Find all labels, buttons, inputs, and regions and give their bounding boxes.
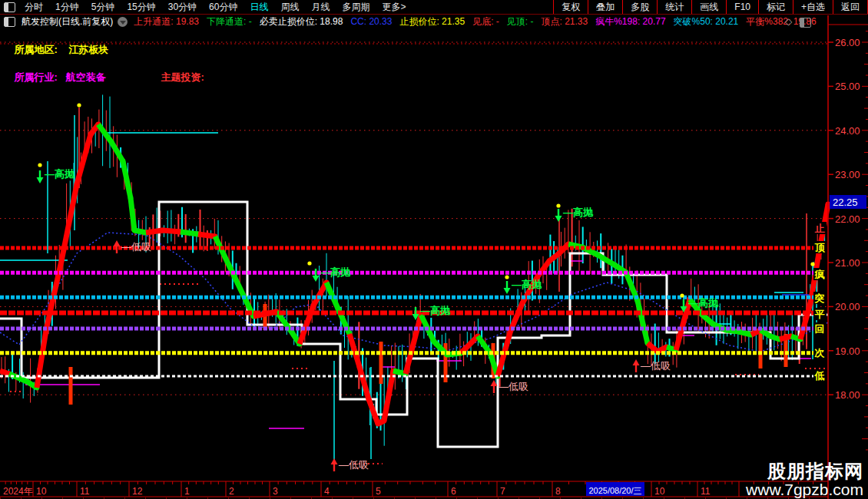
industry-row: 所属行业: 航空装备 — [3, 59, 106, 96]
menu-item-日线[interactable]: 日线 — [244, 1, 274, 14]
sell-arrow-icon — [37, 177, 44, 183]
trend-line — [181, 232, 198, 234]
sell-signal-label: —高抛 — [688, 297, 719, 309]
chevron-down-icon[interactable] — [118, 17, 128, 27]
date-highlight-value: 2025/08/20/三 — [588, 486, 641, 495]
signal-dot — [680, 293, 684, 297]
window-icon[interactable] — [4, 2, 15, 12]
buy-arrow-icon — [114, 240, 121, 246]
buy-signal-label: —低吸 — [339, 459, 369, 471]
trend-line — [131, 198, 134, 230]
date-label-10: 10 — [654, 486, 665, 497]
toolbar-item-F10[interactable]: F10 — [726, 0, 758, 14]
trend-line — [406, 315, 421, 374]
buy-signal-label: —低吸 — [121, 241, 151, 253]
toolbar-item-复权[interactable]: 复权 — [553, 0, 588, 14]
toolbar-item-标记[interactable]: 标记 — [758, 0, 793, 14]
diamond-icon[interactable]: ◇ — [785, 16, 792, 28]
area-label: 所属地区: — [14, 44, 57, 55]
field-必卖止损价位: 必卖止损价位: 18.98 — [260, 16, 343, 27]
level-tag-疯: 疯 — [814, 269, 825, 280]
menu-item-多周期[interactable]: 多周期 — [336, 1, 376, 14]
sell-arrow-icon — [555, 216, 562, 222]
menu-item-月线[interactable]: 月线 — [305, 1, 336, 14]
level-tag-平: 平 — [815, 309, 825, 320]
toolbar-item-统计[interactable]: 统计 — [657, 0, 691, 14]
field-止损价位: 止损价位: 21.35 — [399, 16, 465, 27]
toolbar-item-返回[interactable]: 返回 — [833, 0, 867, 14]
field-上升通道: 上升通道: 19.83 — [134, 16, 199, 27]
window-icon-3[interactable] — [800, 18, 811, 28]
signal-dot — [307, 261, 311, 265]
window-icon-2[interactable] — [4, 17, 15, 27]
signal-dot — [38, 163, 41, 167]
menu-item-周线[interactable]: 周线 — [274, 1, 305, 14]
price-label-22: 22.00 — [835, 213, 860, 225]
menu-item-15分钟[interactable]: 15分钟 — [121, 1, 161, 14]
field-突破50: 突破%50: 20.21 — [674, 16, 739, 27]
date-label-12: 12 — [132, 486, 143, 497]
last-price-value: 22.25 — [833, 197, 858, 208]
trend-line — [800, 303, 810, 339]
trend-line — [163, 230, 181, 232]
main-chart[interactable]: 止顶疯突平回次低—高抛—高抛—高抛—高抛—高抛—高抛—低吸—低吸—低吸—低吸26… — [0, 0, 868, 499]
toolbar-item-叠加[interactable]: 叠加 — [588, 0, 622, 14]
date-label-3: 3 — [273, 486, 278, 497]
menu-item-更多>[interactable]: 更多> — [376, 1, 412, 14]
price-label-18: 18.00 — [835, 389, 860, 401]
level-tag-突: 突 — [814, 292, 825, 304]
field-顶点: 顶点: 21.33 — [541, 16, 588, 27]
date-label-8: 8 — [555, 486, 561, 497]
signal-dot — [556, 203, 560, 207]
menu-item-30分钟[interactable]: 30分钟 — [162, 1, 203, 14]
stock-title[interactable]: 航发控制(日线.前复权) — [22, 15, 113, 28]
toolbar-item-多股[interactable]: 多股 — [622, 0, 657, 14]
date-label-6: 6 — [451, 486, 456, 497]
sell-signal-label: —高抛 — [512, 279, 542, 290]
menu-item-5分钟[interactable]: 5分钟 — [85, 1, 121, 14]
toolbar-item-画线[interactable]: 画线 — [691, 0, 726, 14]
period-menu-bar: 分时1分钟5分钟15分钟30分钟60分钟日线周线月线多周期更多> 复权叠加多股统… — [0, 0, 868, 15]
sell-arrow-icon — [313, 276, 320, 282]
date-label-11: 11 — [701, 486, 711, 497]
trend-line — [478, 336, 490, 353]
theme-label: 主题投资: — [161, 71, 204, 83]
menu-item-60分钟[interactable]: 60分钟 — [203, 1, 244, 14]
trend-line — [215, 236, 234, 276]
trend-line — [9, 374, 27, 382]
price-label-19: 19.00 — [835, 345, 860, 357]
trend-line — [123, 161, 131, 198]
sell-signal-label: —高抛 — [45, 168, 75, 180]
industry-value: 航空装备 — [66, 71, 106, 83]
toolbar-item-+自选[interactable]: +自选 — [793, 0, 833, 14]
app-window: 止顶疯突平回次低—高抛—高抛—高抛—高抛—高抛—高抛—低吸—低吸—低吸—低吸26… — [0, 0, 868, 499]
trend-line — [313, 283, 326, 306]
level-tag-次: 次 — [814, 347, 825, 359]
buy-signal-label: —低吸 — [641, 360, 671, 372]
menu-item-1分钟[interactable]: 1分钟 — [49, 1, 85, 14]
date-label-2024年: 2024年 — [3, 486, 33, 497]
level-tag-止: 止 — [815, 223, 826, 234]
date-label-5: 5 — [376, 486, 381, 497]
level-tag-低: 低 — [814, 370, 825, 382]
sell-signal-label: —高抛 — [420, 305, 451, 316]
sell-signal-label: —高抛 — [320, 266, 351, 278]
price-label-20: 20.00 — [835, 301, 860, 312]
price-label-25: 25.00 — [835, 81, 860, 92]
sell-signal-label: —高抛 — [563, 207, 594, 218]
area-value: 江苏板块 — [68, 44, 108, 55]
price-label-24: 24.00 — [835, 125, 860, 137]
menu-item-分时[interactable]: 分时 — [18, 1, 49, 14]
signal-dot — [77, 103, 81, 107]
date-label-7: 7 — [500, 486, 505, 497]
date-label-11: 11 — [80, 486, 90, 497]
date-label-10: 10 — [36, 486, 47, 497]
date-label-2: 2 — [229, 486, 234, 497]
toolbar-menu: 复权叠加多股统计画线F10标记+自选返回 — [553, 0, 868, 14]
field-见底: 见底: - — [472, 16, 499, 27]
watermark-site-name: 股朋指标网 — [746, 462, 863, 481]
field-见顶: 见顶: - — [507, 16, 534, 27]
indicator-info-bar: 航发控制(日线.前复权) 上升通道: 19.83下降通道: -必卖止损价位: 1… — [0, 15, 827, 28]
level-tag-回: 回 — [815, 323, 825, 335]
watermark-url: www.7gpzb.com — [746, 481, 863, 497]
